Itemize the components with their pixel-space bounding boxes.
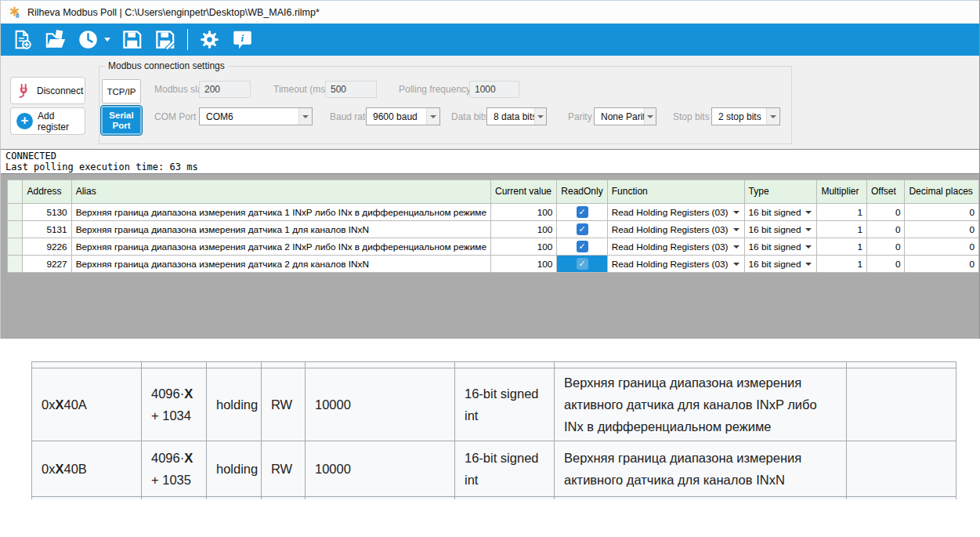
table-row: 5131 Верхняя граница диапазона измерения… [8, 221, 979, 238]
cell-alias[interactable]: Верхняя граница диапазона измерения датч… [71, 238, 490, 256]
readonly-checkbox[interactable] [577, 206, 588, 218]
doc-cell-value: 10000 [306, 441, 455, 497]
doc-cell-description: Верхняя граница диапазона измерения акти… [555, 368, 847, 441]
chevron-down-icon[interactable] [298, 108, 312, 125]
row-selector[interactable] [8, 256, 23, 273]
cell-current-value[interactable]: 100 [491, 221, 557, 238]
row-selector[interactable] [8, 238, 23, 256]
cell-address[interactable]: 5131 [23, 221, 71, 238]
chevron-down-icon[interactable] [426, 108, 439, 125]
cell-offset[interactable]: 0 [867, 238, 905, 256]
cell-readonly[interactable] [557, 221, 607, 238]
cell-multiplier[interactable]: 1 [817, 221, 867, 238]
cell-address[interactable]: 5130 [23, 204, 71, 221]
new-file-button[interactable] [9, 27, 35, 53]
svg-text:R: R [16, 13, 20, 19]
cell-offset[interactable]: 0 [867, 204, 905, 221]
cell-decimal-places[interactable]: 0 [905, 238, 979, 256]
cell-readonly[interactable] [557, 238, 607, 256]
readonly-checkbox[interactable] [577, 241, 588, 252]
info-button[interactable]: i [229, 27, 255, 53]
settings-button[interactable] [196, 27, 222, 53]
baud-rate-select[interactable]: 9600 baud [366, 107, 440, 125]
gear-icon [199, 29, 220, 50]
cell-current-value[interactable]: 100 [491, 204, 557, 221]
parity-select[interactable]: None Parity [594, 107, 656, 125]
chevron-down-icon[interactable] [733, 211, 740, 214]
cell-current-value[interactable]: 100 [491, 238, 557, 256]
cell-alias[interactable]: Верхняя граница диапазона измерения датч… [71, 204, 490, 221]
row-selector[interactable] [8, 204, 23, 221]
chevron-down-icon[interactable] [644, 108, 656, 125]
cell-type[interactable]: 16 bit signed [744, 256, 817, 273]
doc-cell-access: RW [262, 441, 306, 497]
chevron-down-icon[interactable] [805, 211, 812, 214]
cell-address[interactable]: 9226 [23, 238, 71, 256]
add-register-button[interactable]: Add register [10, 107, 85, 135]
new-file-icon [12, 29, 33, 50]
cell-offset[interactable]: 0 [867, 256, 905, 273]
register-grid: Address Alias Current value ReadOnly Fun… [7, 180, 979, 273]
cell-readonly-selected[interactable] [557, 256, 607, 273]
cell-decimal-places[interactable]: 0 [905, 256, 979, 273]
polling-frequency-input[interactable]: 1000 [469, 81, 519, 98]
doc-cell-formula: 4096·X+ 1035 [142, 441, 207, 497]
header-readonly: ReadOnly [557, 180, 607, 204]
cell-multiplier[interactable]: 1 [817, 238, 867, 256]
cell-alias[interactable]: Верхняя граница диапазона измерения датч… [71, 256, 490, 273]
stop-bits-select[interactable]: 2 stop bits [711, 107, 780, 125]
chevron-down-icon[interactable] [534, 108, 546, 125]
header-type: Type [744, 180, 817, 204]
cell-address[interactable]: 9227 [23, 256, 71, 273]
chevron-down-icon[interactable] [733, 245, 740, 249]
cell-readonly[interactable] [557, 204, 607, 221]
open-file-icon [45, 29, 66, 50]
svg-text:i: i [240, 32, 244, 44]
cell-function[interactable]: Read Holding Registers (03) [607, 238, 744, 256]
table-row: 9227 Верхняя граница диапазона измерения… [8, 256, 979, 273]
slave-id-input[interactable]: 200 [199, 81, 251, 98]
readonly-checkbox[interactable] [577, 258, 588, 270]
tab-tcpip[interactable]: TCP/IP [102, 79, 141, 103]
data-bits-select[interactable]: 8 data bits [486, 107, 547, 125]
table-row: 5130 Верхняя граница диапазона измерения… [8, 204, 979, 221]
chevron-down-icon[interactable] [733, 263, 740, 266]
cell-decimal-places[interactable]: 0 [905, 204, 979, 221]
doc-cell-table-kind: holding [207, 368, 262, 441]
cell-multiplier[interactable]: 1 [817, 256, 867, 273]
cell-current-value[interactable]: 100 [491, 256, 557, 273]
modbus-connection-groupbox: Modbus connection settings TCP/IP Serial… [99, 66, 792, 144]
chevron-down-icon[interactable] [805, 263, 812, 266]
save-button[interactable] [118, 27, 145, 53]
info-icon: i [232, 29, 253, 50]
cell-multiplier[interactable]: 1 [817, 204, 867, 221]
save-as-button[interactable] [151, 27, 178, 53]
timeout-input[interactable]: 500 [325, 81, 377, 98]
cell-function[interactable]: Read Holding Registers (03) [607, 204, 744, 221]
doc-cell-type: 16-bit signed int [455, 368, 555, 441]
open-file-button[interactable] [42, 27, 68, 53]
status-line-connected: CONNECTED [5, 151, 979, 161]
disconnect-button[interactable]: Disconnect [10, 77, 85, 104]
chevron-down-icon[interactable] [104, 38, 110, 42]
cell-offset[interactable]: 0 [867, 221, 905, 238]
chevron-down-icon[interactable] [805, 228, 812, 231]
tab-serial-port[interactable]: Serial Port [101, 106, 142, 135]
cell-type[interactable]: 16 bit signed [744, 221, 817, 238]
chevron-down-icon[interactable] [733, 228, 740, 231]
chevron-down-icon[interactable] [805, 245, 812, 249]
header-current-value: Current value [491, 180, 557, 204]
doc-cell-access: RW [262, 368, 306, 441]
poll-clock-button[interactable] [74, 27, 101, 53]
cell-function[interactable]: Read Holding Registers (03) [607, 221, 744, 238]
cell-type[interactable]: 16 bit signed [744, 204, 817, 221]
cell-function[interactable]: Read Holding Registers (03) [607, 256, 744, 273]
cell-decimal-places[interactable]: 0 [905, 221, 979, 238]
cell-alias[interactable]: Верхняя граница диапазона измерения датч… [71, 221, 490, 238]
readonly-checkbox[interactable] [577, 223, 588, 235]
tab-serial-label: Serial Port [109, 111, 133, 131]
chevron-down-icon[interactable] [766, 108, 779, 125]
row-selector[interactable] [8, 221, 23, 238]
cell-type[interactable]: 16 bit signed [744, 238, 817, 256]
com-port-select[interactable]: COM6 [199, 107, 313, 125]
